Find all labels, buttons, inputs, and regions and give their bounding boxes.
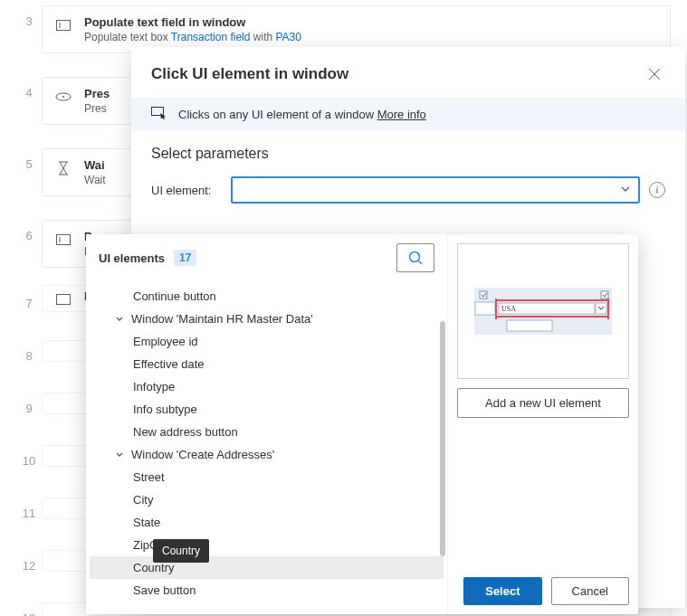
info-bar: Clicks on any UI element of a window Mor… (131, 98, 685, 131)
svg-point-8 (410, 252, 420, 262)
param-ui-element-row: UI element: i (131, 167, 685, 213)
info-icon[interactable]: i (649, 182, 665, 198)
svg-rect-21 (507, 320, 552, 331)
hourglass-icon (55, 160, 72, 176)
textbox-icon (55, 291, 72, 308)
step-number: 5 (16, 148, 42, 171)
step-title: Populate text field in window (84, 15, 301, 29)
preview-value: USA (501, 305, 516, 313)
step-title: Wai (84, 158, 106, 172)
step-number: 10 (16, 445, 42, 468)
chevron-down-icon (113, 313, 126, 326)
tree-item[interactable]: City (90, 488, 444, 511)
search-button[interactable] (396, 243, 434, 272)
tree-item[interactable]: Effective date (90, 353, 444, 375)
tree-item[interactable]: Info subtype (90, 398, 444, 421)
picker-header: UI elements (99, 251, 165, 265)
tree-item[interactable]: Save button (90, 579, 444, 602)
tree-group-label: Window 'Create Addresses' (131, 448, 274, 461)
tree-group[interactable]: Window 'Maintain HR Master Data' (90, 308, 444, 330)
svg-rect-4 (57, 235, 71, 245)
svg-rect-16 (596, 303, 606, 314)
step-number: 11 (16, 498, 42, 520)
info-bar-text: Clicks on any UI element of a window Mor… (178, 108, 426, 121)
chevron-down-icon (620, 184, 631, 197)
step-number: 12 (16, 550, 42, 573)
tree-item[interactable]: Country (90, 556, 444, 579)
select-button[interactable]: Select (463, 577, 541, 605)
tree-item[interactable]: ZipCode (90, 534, 444, 556)
svg-rect-6 (57, 295, 71, 305)
step-subtitle: Wait (84, 174, 106, 186)
tree-group-label: Window 'Maintain HR Master Data' (131, 312, 313, 326)
preview-box: USA (457, 243, 629, 379)
ui-element-picker: UI elements 17 Continue buttonWindow 'Ma… (86, 234, 638, 614)
step-number: 4 (16, 77, 42, 100)
scrollbar[interactable] (440, 274, 445, 609)
keyboard-icon (55, 89, 72, 105)
tree-item[interactable]: State (90, 511, 444, 534)
scrollbar-thumb[interactable] (440, 321, 445, 556)
tree-item[interactable]: Employee id (90, 330, 444, 353)
svg-rect-0 (57, 21, 71, 31)
tree-item[interactable]: Infotype (90, 375, 444, 398)
step-number: 9 (16, 393, 42, 415)
tree-item[interactable]: New address button (90, 421, 444, 443)
svg-rect-11 (480, 291, 487, 299)
svg-line-9 (418, 261, 422, 264)
step-number: 7 (16, 288, 42, 310)
tree-item[interactable]: Street (90, 466, 444, 488)
chevron-down-icon (113, 449, 126, 461)
dialog-title: Click UI element in window (151, 65, 644, 83)
click-cursor-icon (151, 107, 167, 122)
svg-rect-12 (601, 291, 608, 299)
tree-item[interactable]: Continue button (90, 285, 444, 308)
textbox-icon (55, 232, 72, 248)
close-icon[interactable] (644, 63, 665, 85)
svg-rect-13 (475, 302, 495, 315)
more-info-link[interactable]: More info (377, 108, 426, 121)
param-label: UI element: (151, 184, 222, 197)
add-ui-element-button[interactable]: Add a new UI element (457, 388, 629, 418)
step-number: 8 (16, 340, 42, 363)
cancel-button[interactable]: Cancel (551, 577, 629, 605)
tree-group[interactable]: Window 'Create Addresses' (90, 443, 444, 466)
step-title: Pres (84, 87, 110, 100)
ui-element-dropdown[interactable] (231, 176, 640, 204)
ui-element-tree[interactable]: Continue buttonWindow 'Maintain HR Maste… (86, 283, 447, 614)
section-title: Select parameters (131, 131, 685, 167)
svg-point-3 (62, 96, 64, 98)
click-ui-element-dialog: Click UI element in window Clicks on any… (131, 47, 685, 608)
step-number: 13 (16, 602, 42, 617)
step-number: 6 (16, 220, 42, 242)
element-count-badge: 17 (174, 250, 196, 266)
step-number: 3 (16, 5, 42, 28)
step-subtitle: Populate text box Transaction field with… (84, 31, 301, 43)
step-subtitle: Pres (84, 102, 110, 115)
textbox-icon (55, 17, 72, 33)
